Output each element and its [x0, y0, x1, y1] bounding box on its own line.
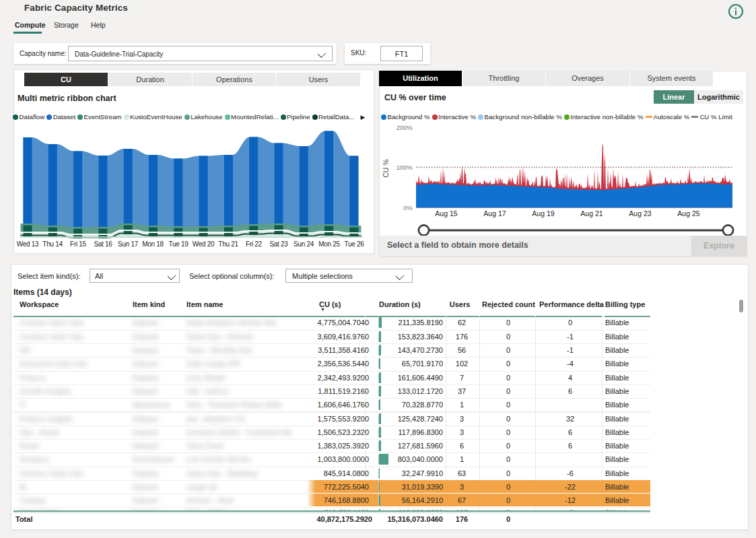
svg-text:CU %: CU %: [382, 159, 390, 177]
svg-text:200%: 200%: [397, 125, 413, 131]
svg-text:100%: 100%: [397, 164, 413, 171]
svg-text:0%: 0%: [403, 204, 413, 211]
